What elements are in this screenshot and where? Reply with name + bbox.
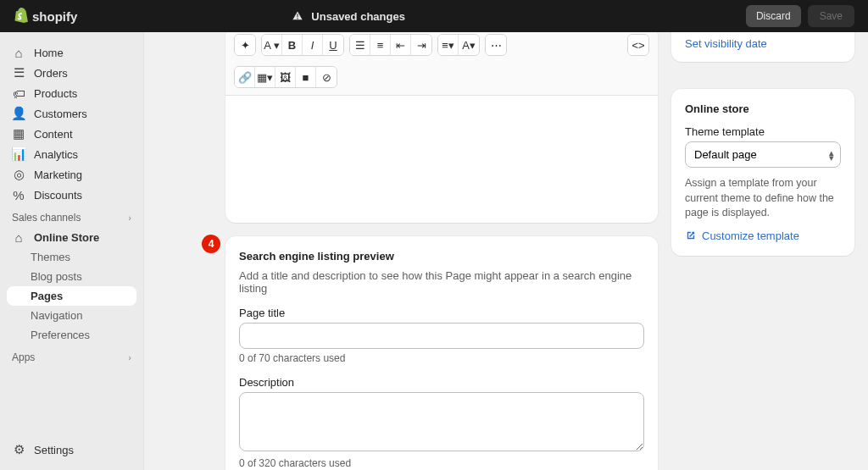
sidebar-item-blog-posts[interactable]: Blog posts: [0, 267, 143, 286]
theme-template-select[interactable]: Default page: [685, 141, 841, 168]
seo-card: 4 Search engine listing preview Add a ti…: [225, 236, 658, 470]
seo-description-text: Add a title and description to see how t…: [239, 269, 644, 295]
description-count: 0 of 320 characters used: [239, 457, 644, 469]
seo-heading: Search engine listing preview: [239, 250, 644, 263]
sidebar-item-home[interactable]: ⌂Home: [0, 42, 143, 63]
sidebar-item-analytics[interactable]: 📊Analytics: [0, 144, 143, 164]
page-title-input[interactable]: [239, 323, 644, 349]
sidebar-item-navigation[interactable]: Navigation: [0, 306, 143, 325]
theme-template-label: Theme template: [685, 125, 841, 138]
sidebar-item-products[interactable]: 🏷Products: [0, 83, 143, 103]
sales-channels-label: Sales channels ›: [0, 205, 143, 227]
analytics-icon: 📊: [12, 147, 25, 161]
table-dropdown[interactable]: ▦▾: [255, 67, 275, 87]
home-icon: ⌂: [12, 46, 25, 59]
unsaved-changes: Unsaved changes: [291, 9, 405, 23]
shopify-bag-icon: [14, 8, 29, 25]
description-label: Description: [239, 376, 644, 389]
warning-icon: [291, 9, 304, 23]
customize-template-link[interactable]: Customize template: [685, 229, 841, 242]
brand-label: shopify: [32, 9, 77, 24]
paragraph-style-dropdown[interactable]: A ▾: [262, 35, 282, 55]
align-dropdown[interactable]: ≡▾: [438, 35, 459, 55]
sidebar-item-content[interactable]: ▦Content: [0, 124, 143, 144]
store-icon: ⌂: [12, 230, 25, 244]
content-icon: ▦: [12, 127, 25, 141]
online-store-card: Online store Theme template Default page…: [671, 89, 854, 256]
numbered-list-button[interactable]: ≡: [370, 35, 391, 55]
sidebar-item-marketing[interactable]: ◎Marketing: [0, 164, 143, 185]
products-icon: 🏷: [12, 86, 25, 100]
sidebar-item-themes[interactable]: Themes: [0, 247, 143, 267]
bold-button[interactable]: B: [282, 35, 303, 55]
indent-button[interactable]: ⇥: [411, 35, 431, 55]
content-editor-card: ✦ A ▾ B I U ☰ ≡ ⇤ ⇥ ≡▾ A▾: [225, 32, 658, 223]
apps-label[interactable]: Apps ›: [0, 345, 143, 367]
video-button[interactable]: ■: [296, 67, 316, 87]
sparkle-icon[interactable]: ✦: [235, 35, 255, 55]
discounts-icon: %: [12, 188, 25, 202]
orders-icon: ☰: [12, 66, 25, 80]
italic-button[interactable]: I: [303, 35, 323, 55]
topbar-actions: Discard Save: [746, 5, 854, 27]
link-button: 🔗: [235, 67, 255, 87]
image-button[interactable]: 🖼: [275, 67, 296, 87]
description-textarea[interactable]: [239, 392, 644, 451]
customers-icon: 👤: [12, 107, 25, 120]
sidebar-item-settings[interactable]: ⚙Settings: [0, 440, 143, 460]
shopify-logo[interactable]: shopify: [14, 8, 77, 25]
chevron-right-icon[interactable]: ›: [128, 213, 131, 223]
marketing-icon: ◎: [12, 168, 25, 181]
set-visibility-date-link[interactable]: Set visibility date: [685, 37, 767, 50]
visibility-card: Hidden Set visibility date: [671, 32, 854, 62]
sidebar-item-orders[interactable]: ☰Orders: [0, 63, 143, 83]
underline-button[interactable]: U: [323, 35, 343, 55]
code-view-button[interactable]: <>: [628, 35, 648, 55]
sidebar-item-pages[interactable]: Pages: [7, 286, 136, 306]
text-color-dropdown[interactable]: A▾: [459, 35, 479, 55]
page-title-label: Page title: [239, 307, 644, 319]
rte-toolbar: ✦ A ▾ B I U ☰ ≡ ⇤ ⇥ ≡▾ A▾: [225, 32, 658, 96]
bullet-list-button[interactable]: ☰: [350, 35, 370, 55]
sidebar-item-customers[interactable]: 👤Customers: [0, 103, 143, 124]
discard-button[interactable]: Discard: [746, 5, 801, 27]
sidebar-item-online-store[interactable]: ⌂Online Store: [0, 227, 143, 247]
rte-body[interactable]: [225, 96, 658, 223]
step-marker: 4: [202, 235, 220, 253]
main-content: ✦ A ▾ B I U ☰ ≡ ⇤ ⇥ ≡▾ A▾: [144, 32, 868, 470]
sidebar-item-preferences[interactable]: Preferences: [0, 325, 143, 345]
sidebar-item-discounts[interactable]: %Discounts: [0, 185, 143, 205]
theme-helper-text: Assign a template from your current them…: [685, 176, 841, 221]
page-title-count: 0 of 70 characters used: [239, 352, 644, 364]
external-icon: [685, 229, 697, 241]
outdent-button[interactable]: ⇤: [391, 35, 411, 55]
clear-format-button[interactable]: ⊘: [316, 67, 337, 87]
save-button: Save: [808, 5, 854, 27]
gear-icon: ⚙: [12, 443, 25, 456]
online-store-title: Online store: [685, 102, 841, 115]
sidebar: ⌂Home ☰Orders 🏷Products 👤Customers ▦Cont…: [0, 32, 144, 470]
more-button[interactable]: ⋯: [486, 35, 506, 55]
topbar: shopify Unsaved changes Discard Save: [0, 0, 868, 32]
chevron-right-icon: ›: [128, 352, 131, 362]
